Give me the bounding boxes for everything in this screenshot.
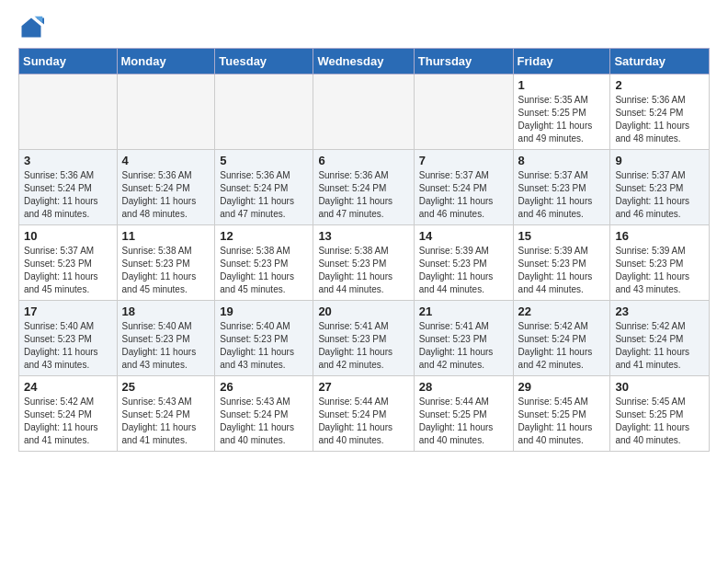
day-info: Sunrise: 5:40 AM Sunset: 5:23 PM Dayligh… (24, 320, 112, 372)
day-info: Sunrise: 5:38 AM Sunset: 5:23 PM Dayligh… (122, 245, 210, 296)
day-info: Sunrise: 5:39 AM Sunset: 5:23 PM Dayligh… (419, 245, 508, 296)
day-of-week-header: Thursday (414, 49, 513, 75)
day-number: 21 (419, 304, 508, 318)
calendar-day-cell: 27Sunrise: 5:44 AM Sunset: 5:24 PM Dayli… (313, 376, 414, 452)
day-number: 20 (318, 304, 408, 318)
day-info: Sunrise: 5:37 AM Sunset: 5:23 PM Dayligh… (615, 169, 704, 221)
day-info: Sunrise: 5:45 AM Sunset: 5:25 PM Dayligh… (615, 396, 704, 447)
calendar-day-cell: 24Sunrise: 5:42 AM Sunset: 5:24 PM Dayli… (19, 376, 118, 452)
day-of-week-header: Sunday (19, 49, 118, 75)
day-number: 24 (24, 380, 112, 394)
calendar-day-cell (19, 75, 118, 150)
day-number: 5 (220, 154, 308, 167)
day-number: 29 (518, 380, 606, 394)
calendar-day-cell: 9Sunrise: 5:37 AM Sunset: 5:23 PM Daylig… (610, 150, 710, 225)
calendar-day-cell: 2Sunrise: 5:36 AM Sunset: 5:24 PM Daylig… (610, 75, 710, 150)
day-info: Sunrise: 5:44 AM Sunset: 5:24 PM Dayligh… (318, 396, 408, 447)
calendar-day-cell (215, 75, 313, 150)
calendar-day-cell (414, 75, 513, 150)
calendar-week-row: 10Sunrise: 5:37 AM Sunset: 5:23 PM Dayli… (19, 225, 710, 301)
day-number: 8 (518, 154, 606, 167)
day-number: 7 (419, 154, 508, 167)
calendar-header-row: SundayMondayTuesdayWednesdayThursdayFrid… (19, 49, 710, 75)
day-number: 4 (122, 154, 210, 167)
day-info: Sunrise: 5:40 AM Sunset: 5:23 PM Dayligh… (220, 320, 308, 372)
day-info: Sunrise: 5:36 AM Sunset: 5:24 PM Dayligh… (122, 169, 210, 221)
calendar-day-cell: 29Sunrise: 5:45 AM Sunset: 5:25 PM Dayli… (513, 376, 610, 452)
logo-icon (18, 15, 44, 40)
calendar-day-cell: 7Sunrise: 5:37 AM Sunset: 5:24 PM Daylig… (414, 150, 513, 225)
calendar-week-row: 1Sunrise: 5:35 AM Sunset: 5:25 PM Daylig… (19, 75, 710, 150)
day-number: 26 (220, 380, 308, 394)
day-number: 25 (122, 380, 210, 394)
calendar-day-cell: 10Sunrise: 5:37 AM Sunset: 5:23 PM Dayli… (19, 225, 118, 301)
calendar-day-cell: 30Sunrise: 5:45 AM Sunset: 5:25 PM Dayli… (610, 376, 710, 452)
day-info: Sunrise: 5:37 AM Sunset: 5:23 PM Dayligh… (24, 245, 112, 296)
day-number: 27 (318, 380, 408, 394)
calendar-day-cell: 28Sunrise: 5:44 AM Sunset: 5:25 PM Dayli… (414, 376, 513, 452)
day-of-week-header: Saturday (610, 49, 710, 75)
day-number: 11 (122, 229, 210, 243)
calendar-week-row: 17Sunrise: 5:40 AM Sunset: 5:23 PM Dayli… (19, 301, 710, 376)
calendar-day-cell: 23Sunrise: 5:42 AM Sunset: 5:24 PM Dayli… (610, 301, 710, 376)
day-info: Sunrise: 5:37 AM Sunset: 5:23 PM Dayligh… (518, 169, 606, 221)
calendar-day-cell (117, 75, 215, 150)
calendar-day-cell: 8Sunrise: 5:37 AM Sunset: 5:23 PM Daylig… (513, 150, 610, 225)
day-info: Sunrise: 5:42 AM Sunset: 5:24 PM Dayligh… (24, 396, 112, 447)
day-number: 13 (318, 229, 408, 243)
calendar-table: SundayMondayTuesdayWednesdayThursdayFrid… (18, 48, 710, 452)
day-of-week-header: Friday (513, 49, 610, 75)
day-info: Sunrise: 5:42 AM Sunset: 5:24 PM Dayligh… (518, 320, 606, 372)
day-info: Sunrise: 5:42 AM Sunset: 5:24 PM Dayligh… (615, 320, 704, 372)
svg-marker-0 (22, 18, 41, 38)
day-number: 1 (518, 78, 606, 92)
day-number: 22 (518, 304, 606, 318)
day-number: 6 (318, 154, 408, 167)
calendar-day-cell: 25Sunrise: 5:43 AM Sunset: 5:24 PM Dayli… (117, 376, 215, 452)
day-info: Sunrise: 5:41 AM Sunset: 5:23 PM Dayligh… (419, 320, 508, 372)
day-number: 16 (615, 229, 704, 243)
day-info: Sunrise: 5:40 AM Sunset: 5:23 PM Dayligh… (122, 320, 210, 372)
calendar-day-cell: 20Sunrise: 5:41 AM Sunset: 5:23 PM Dayli… (313, 301, 414, 376)
calendar-day-cell: 1Sunrise: 5:35 AM Sunset: 5:25 PM Daylig… (513, 75, 610, 150)
day-number: 3 (24, 154, 112, 167)
day-info: Sunrise: 5:35 AM Sunset: 5:25 PM Dayligh… (518, 94, 606, 145)
calendar-day-cell (313, 75, 414, 150)
day-of-week-header: Wednesday (313, 49, 414, 75)
day-number: 28 (419, 380, 508, 394)
calendar-day-cell: 11Sunrise: 5:38 AM Sunset: 5:23 PM Dayli… (117, 225, 215, 301)
calendar-day-cell: 14Sunrise: 5:39 AM Sunset: 5:23 PM Dayli… (414, 225, 513, 301)
calendar-day-cell: 26Sunrise: 5:43 AM Sunset: 5:24 PM Dayli… (215, 376, 313, 452)
day-number: 10 (24, 229, 112, 243)
day-info: Sunrise: 5:43 AM Sunset: 5:24 PM Dayligh… (220, 396, 308, 447)
day-info: Sunrise: 5:43 AM Sunset: 5:24 PM Dayligh… (122, 396, 210, 447)
day-info: Sunrise: 5:36 AM Sunset: 5:24 PM Dayligh… (615, 94, 704, 145)
day-number: 14 (419, 229, 508, 243)
header (18, 15, 710, 40)
calendar-day-cell: 3Sunrise: 5:36 AM Sunset: 5:24 PM Daylig… (19, 150, 118, 225)
calendar-week-row: 3Sunrise: 5:36 AM Sunset: 5:24 PM Daylig… (19, 150, 710, 225)
day-number: 30 (615, 380, 704, 394)
calendar-day-cell: 13Sunrise: 5:38 AM Sunset: 5:23 PM Dayli… (313, 225, 414, 301)
calendar-day-cell: 6Sunrise: 5:36 AM Sunset: 5:24 PM Daylig… (313, 150, 414, 225)
day-number: 23 (615, 304, 704, 318)
day-info: Sunrise: 5:44 AM Sunset: 5:25 PM Dayligh… (419, 396, 508, 447)
day-number: 17 (24, 304, 112, 318)
day-info: Sunrise: 5:37 AM Sunset: 5:24 PM Dayligh… (419, 169, 508, 221)
day-info: Sunrise: 5:45 AM Sunset: 5:25 PM Dayligh… (518, 396, 606, 447)
day-info: Sunrise: 5:38 AM Sunset: 5:23 PM Dayligh… (318, 245, 408, 296)
day-info: Sunrise: 5:39 AM Sunset: 5:23 PM Dayligh… (518, 245, 606, 296)
day-number: 2 (615, 78, 704, 92)
calendar-day-cell: 15Sunrise: 5:39 AM Sunset: 5:23 PM Dayli… (513, 225, 610, 301)
page: SundayMondayTuesdayWednesdayThursdayFrid… (0, 0, 728, 461)
day-info: Sunrise: 5:36 AM Sunset: 5:24 PM Dayligh… (24, 169, 112, 221)
calendar-day-cell: 18Sunrise: 5:40 AM Sunset: 5:23 PM Dayli… (117, 301, 215, 376)
day-number: 19 (220, 304, 308, 318)
day-number: 9 (615, 154, 704, 167)
day-info: Sunrise: 5:36 AM Sunset: 5:24 PM Dayligh… (318, 169, 408, 221)
day-number: 15 (518, 229, 606, 243)
calendar-day-cell: 16Sunrise: 5:39 AM Sunset: 5:23 PM Dayli… (610, 225, 710, 301)
day-of-week-header: Monday (117, 49, 215, 75)
calendar-day-cell: 12Sunrise: 5:38 AM Sunset: 5:23 PM Dayli… (215, 225, 313, 301)
day-of-week-header: Tuesday (215, 49, 313, 75)
